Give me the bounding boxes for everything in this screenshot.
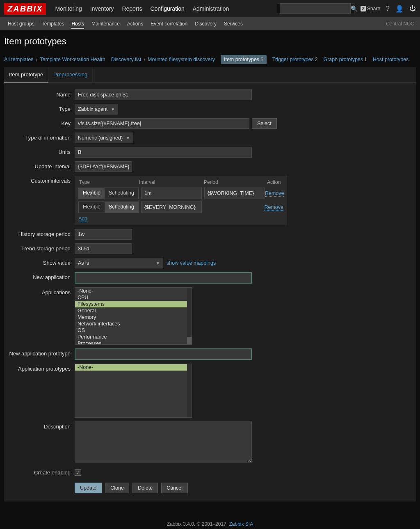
ci-interval-input[interactable] bbox=[141, 202, 202, 213]
subnav-host-groups[interactable]: Host groups bbox=[4, 17, 38, 30]
label-newapp: New application bbox=[4, 272, 75, 284]
applications-option[interactable]: General bbox=[75, 307, 187, 314]
ci-flexible-option[interactable]: Flexible bbox=[79, 188, 105, 199]
crumb-discovery-list[interactable]: Discovery list bbox=[111, 57, 142, 62]
chevron-down-icon: ▼ bbox=[156, 261, 160, 266]
search-box[interactable]: 🔍 bbox=[277, 3, 355, 14]
crumb-discovery-rule[interactable]: Mounted filesystem discovery bbox=[148, 57, 215, 62]
label-create: Create enabled bbox=[4, 467, 75, 476]
crumb-sep: / bbox=[144, 57, 145, 63]
ci-mode-toggle[interactable]: Flexible Scheduling bbox=[78, 202, 139, 213]
crumb-item-prototypes[interactable]: Item prototypes5 bbox=[221, 55, 267, 64]
label-apps: Applications bbox=[4, 287, 75, 345]
typeinfo-select[interactable]: Numeric (unsigned)▼ bbox=[75, 133, 133, 143]
crumb-host-prototypes[interactable]: Host prototypes bbox=[373, 57, 409, 62]
update-button[interactable]: Update bbox=[75, 483, 102, 493]
history-input[interactable] bbox=[75, 229, 132, 240]
new-app-prototype-input[interactable] bbox=[75, 348, 252, 360]
ci-col-type: Type bbox=[79, 179, 139, 185]
crumb-all-templates[interactable]: All templates bbox=[4, 57, 34, 62]
subnav-templates[interactable]: Templates bbox=[38, 17, 68, 30]
search-icon[interactable]: 🔍 bbox=[351, 5, 358, 12]
applications-option[interactable]: -None- bbox=[75, 288, 187, 294]
label-appprotos: Application prototypes bbox=[4, 364, 75, 418]
type-select[interactable]: Zabbix agent▼ bbox=[75, 104, 118, 115]
applications-option[interactable]: OS bbox=[75, 327, 187, 334]
update-interval-input[interactable] bbox=[75, 161, 132, 172]
key-input[interactable] bbox=[75, 118, 249, 129]
delete-button[interactable]: Delete bbox=[132, 483, 158, 493]
ci-flexible-option[interactable]: Flexible bbox=[79, 202, 105, 213]
subnav-discovery[interactable]: Discovery bbox=[191, 17, 220, 30]
power-icon[interactable]: ⏻ bbox=[409, 5, 416, 12]
nav-configuration[interactable]: Configuration bbox=[146, 0, 188, 17]
applications-option[interactable]: CPU bbox=[75, 294, 187, 301]
help-icon[interactable]: ? bbox=[386, 5, 390, 12]
crumb-graph-prototypes[interactable]: Graph prototypes bbox=[323, 57, 363, 62]
showvalue-select[interactable]: As is▼ bbox=[75, 258, 163, 268]
nav-reports[interactable]: Reports bbox=[118, 0, 146, 17]
cancel-button[interactable]: Cancel bbox=[161, 483, 188, 493]
inner-tabs: Item prototype Preprocessing bbox=[4, 67, 416, 83]
applications-option[interactable]: Filesystems bbox=[75, 301, 187, 307]
label-trend: Trend storage period bbox=[4, 243, 75, 254]
scrollbar[interactable] bbox=[187, 364, 192, 417]
app-prototypes-option[interactable]: -None- bbox=[75, 364, 187, 371]
crumb-trigger-prototypes[interactable]: Trigger prototypes bbox=[272, 57, 314, 62]
user-icon[interactable]: 👤 bbox=[395, 5, 404, 13]
ci-row: Flexible Scheduling Remove bbox=[78, 188, 283, 199]
new-application-input[interactable] bbox=[75, 272, 252, 284]
description-textarea[interactable] bbox=[75, 421, 252, 463]
subnav-services[interactable]: Services bbox=[220, 17, 247, 30]
server-name: Central NOC bbox=[386, 21, 416, 27]
units-input[interactable] bbox=[75, 147, 252, 158]
label-type: Type bbox=[4, 104, 75, 115]
clone-button[interactable]: Clone bbox=[105, 483, 129, 493]
breadcrumb: All templates / Template Workstation Hea… bbox=[0, 52, 420, 67]
crumb-template[interactable]: Template Workstation Health bbox=[40, 57, 105, 62]
create-enabled-checkbox[interactable] bbox=[75, 469, 81, 476]
nav-inventory[interactable]: Inventory bbox=[86, 0, 118, 17]
select-button[interactable]: Select bbox=[252, 118, 277, 129]
trend-input[interactable] bbox=[75, 243, 132, 254]
footer: Zabbix 3.4.0. © 2001–2017, Zabbix SIA bbox=[0, 510, 420, 529]
chevron-down-icon: ▼ bbox=[126, 136, 130, 140]
ci-mode-toggle[interactable]: Flexible Scheduling bbox=[78, 188, 139, 199]
scrollbar[interactable] bbox=[187, 288, 192, 344]
ci-col-period: Period bbox=[204, 179, 267, 185]
label-name: Name bbox=[4, 89, 75, 100]
ci-remove-link[interactable]: Remove bbox=[265, 190, 284, 197]
application-prototypes-listbox[interactable]: -None- bbox=[75, 364, 192, 418]
applications-option[interactable]: Performance bbox=[75, 334, 187, 340]
ci-col-action: Action bbox=[267, 179, 281, 185]
search-input[interactable] bbox=[280, 3, 351, 14]
logo[interactable]: ZABBIX bbox=[4, 3, 46, 15]
ci-interval-input[interactable] bbox=[141, 188, 202, 199]
applications-option[interactable]: Network interfaces bbox=[75, 321, 187, 327]
subnav-maintenance[interactable]: Maintenance bbox=[88, 17, 123, 30]
footer-link[interactable]: Zabbix SIA bbox=[229, 521, 253, 527]
applications-option[interactable]: Processes bbox=[75, 340, 187, 345]
scrollbar-thumb[interactable] bbox=[187, 337, 192, 344]
label-history: History storage period bbox=[4, 229, 75, 240]
tab-preprocessing[interactable]: Preprocessing bbox=[48, 67, 93, 82]
ci-period-input[interactable] bbox=[204, 188, 265, 199]
nav-administration[interactable]: Administration bbox=[189, 0, 233, 17]
tab-item-prototype[interactable]: Item prototype bbox=[4, 67, 48, 83]
share-link[interactable]: ZShare bbox=[361, 6, 380, 11]
ci-remove-link[interactable]: Remove bbox=[264, 204, 283, 211]
applications-listbox[interactable]: -None-CPUFilesystemsGeneralMemoryNetwork… bbox=[75, 287, 192, 345]
ci-add-link[interactable]: Add bbox=[78, 216, 87, 222]
ci-scheduling-option[interactable]: Scheduling bbox=[105, 188, 138, 199]
subnav-hosts[interactable]: Hosts bbox=[68, 17, 88, 30]
label-key: Key bbox=[4, 118, 75, 129]
label-units: Units bbox=[4, 147, 75, 158]
ci-scheduling-option[interactable]: Scheduling bbox=[105, 202, 138, 213]
nav-monitoring[interactable]: Monitoring bbox=[51, 0, 86, 17]
name-input[interactable] bbox=[75, 89, 252, 100]
applications-option[interactable]: Memory bbox=[75, 314, 187, 321]
subnav-actions[interactable]: Actions bbox=[123, 17, 147, 30]
top-nav: ZABBIX Monitoring Inventory Reports Conf… bbox=[0, 0, 420, 17]
show-value-mappings-link[interactable]: show value mappings bbox=[167, 260, 216, 266]
label-update: Update interval bbox=[4, 161, 75, 172]
